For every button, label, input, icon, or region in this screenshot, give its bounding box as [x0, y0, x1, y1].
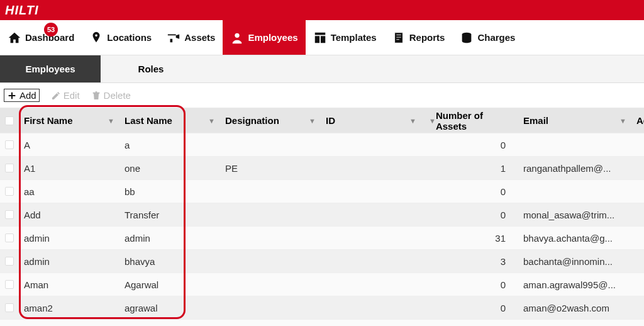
table-row[interactable]: adminbhavya3bachanta@innomin...	[0, 250, 644, 273]
main-nav: Dashboard 53 Locations Assets Employees …	[0, 20, 644, 55]
template-icon	[313, 31, 327, 45]
add-label: Add	[19, 90, 36, 101]
cell-last-name: bb	[119, 186, 220, 197]
filter-icon[interactable]: ▼	[429, 117, 436, 125]
cell-assets: 0	[421, 279, 518, 290]
row-checkbox[interactable]	[0, 280, 19, 289]
cell-last-name: admin	[119, 233, 220, 244]
row-checkbox[interactable]	[0, 210, 19, 219]
checkbox-icon	[5, 140, 14, 149]
edit-label: Edit	[64, 90, 80, 101]
table-row[interactable]: A1onePE1ranganathpallem@...	[0, 157, 644, 180]
row-checkbox[interactable]	[0, 140, 19, 149]
col-last-name[interactable]: Last Name▼	[119, 115, 220, 126]
cell-first-name: aa	[19, 186, 119, 197]
employee-table: First Name▼ Last Name▼ Designation▼ ID▼ …	[0, 108, 644, 326]
cell-assets: 31	[421, 233, 518, 244]
tab-roles[interactable]: Roles	[101, 55, 201, 82]
cell-first-name: Aman	[19, 279, 119, 290]
row-checkbox[interactable]	[0, 187, 19, 196]
table-row[interactable]: AddTransfer0monal_asawa@trim...	[0, 203, 644, 227]
table-row[interactable]: aabb0	[0, 180, 644, 203]
cell-assets: 3	[421, 256, 518, 267]
cell-last-name: one	[119, 163, 220, 174]
table-row[interactable]: AviralShukla0aviral.shukla6673@...	[0, 320, 644, 326]
brand-logo: HILTI	[5, 3, 39, 18]
col-id[interactable]: ID▼	[321, 115, 421, 126]
row-checkbox[interactable]	[0, 303, 19, 312]
cell-assets: 0	[421, 186, 518, 197]
table-row[interactable]: AmanAgarwal0aman.agrawal995@...	[0, 273, 644, 296]
cell-email: ranganathpallem@...	[518, 163, 631, 174]
col-extra[interactable]: Ac	[631, 115, 644, 126]
nav-templates[interactable]: Templates	[306, 20, 384, 55]
person-icon	[230, 31, 244, 45]
table-header: First Name▼ Last Name▼ Designation▼ ID▼ …	[0, 108, 644, 133]
col-label: First Name	[24, 115, 73, 126]
nav-label: Employees	[248, 32, 297, 43]
sub-nav: Employees Roles	[0, 55, 644, 83]
home-icon	[8, 31, 21, 45]
table-row[interactable]: adminadmin31bhavya.achanta@g...	[0, 227, 644, 250]
col-label: ID	[326, 115, 335, 126]
nav-label: Charges	[477, 32, 515, 43]
checkbox-icon	[5, 187, 14, 196]
tab-employees[interactable]: Employees	[0, 55, 101, 82]
cell-last-name: agrawal	[119, 303, 220, 313]
trash-icon	[91, 91, 101, 101]
pencil-icon	[51, 91, 61, 101]
add-button[interactable]: Add	[4, 89, 40, 102]
row-checkbox[interactable]	[0, 233, 19, 242]
cell-last-name: Transfer	[119, 210, 220, 220]
col-label: Email	[523, 115, 548, 126]
col-first-name[interactable]: First Name▼	[19, 115, 119, 126]
cell-first-name: admin	[19, 256, 119, 267]
col-label: Number of Assets	[436, 110, 513, 132]
row-checkbox[interactable]	[0, 257, 19, 266]
nav-employees[interactable]: Employees	[223, 20, 305, 55]
col-label: Last Name	[125, 115, 172, 126]
cell-assets: 1	[421, 163, 518, 174]
col-designation[interactable]: Designation▼	[220, 115, 321, 126]
row-checkbox[interactable]	[0, 164, 19, 172]
report-icon	[392, 31, 406, 45]
filter-icon[interactable]: ▼	[108, 117, 114, 125]
coins-icon	[460, 31, 474, 45]
cell-first-name: admin	[19, 233, 119, 244]
col-label: Ac	[636, 115, 644, 126]
filter-icon[interactable]: ▼	[409, 117, 416, 125]
checkbox-icon	[5, 210, 14, 219]
checkbox-icon	[5, 257, 14, 266]
table-row[interactable]: Aa0	[0, 133, 644, 157]
delete-label: Delete	[104, 90, 131, 101]
checkbox-icon	[5, 116, 14, 125]
nav-label: Templates	[331, 32, 377, 43]
select-all-cell[interactable]	[0, 116, 19, 125]
col-email[interactable]: Email▼	[518, 115, 631, 126]
nav-assets[interactable]: Assets	[159, 20, 223, 55]
edit-button[interactable]: Edit	[51, 90, 80, 101]
cell-designation: PE	[220, 163, 321, 174]
nav-locations[interactable]: Locations	[82, 20, 159, 55]
filter-icon[interactable]: ▼	[208, 117, 215, 125]
table-row[interactable]: aman2agrawal0aman@o2wash.com	[0, 296, 644, 320]
cell-last-name: bhavya	[119, 256, 220, 267]
nav-label: Locations	[107, 32, 152, 43]
nav-reports[interactable]: Reports	[384, 20, 453, 55]
delete-button[interactable]: Delete	[91, 90, 131, 101]
filter-icon[interactable]: ▼	[619, 117, 626, 125]
nav-charges[interactable]: Charges	[452, 20, 523, 55]
cell-email: bachanta@innomin...	[518, 256, 631, 267]
col-num-assets[interactable]: ▼Number of Assets	[421, 110, 518, 132]
brand-bar: HILTI	[0, 0, 644, 20]
dashboard-badge: 53	[44, 23, 58, 37]
cell-first-name: Add	[19, 210, 119, 220]
filter-icon[interactable]: ▼	[309, 117, 316, 125]
cell-assets: 0	[421, 140, 518, 150]
checkbox-icon	[5, 303, 14, 312]
cell-assets: 0	[421, 303, 518, 313]
toolbar: Add Edit Delete	[0, 83, 644, 108]
checkbox-icon	[5, 280, 14, 289]
nav-dashboard[interactable]: Dashboard 53	[0, 20, 82, 55]
cell-email: aman@o2wash.com	[518, 303, 631, 313]
